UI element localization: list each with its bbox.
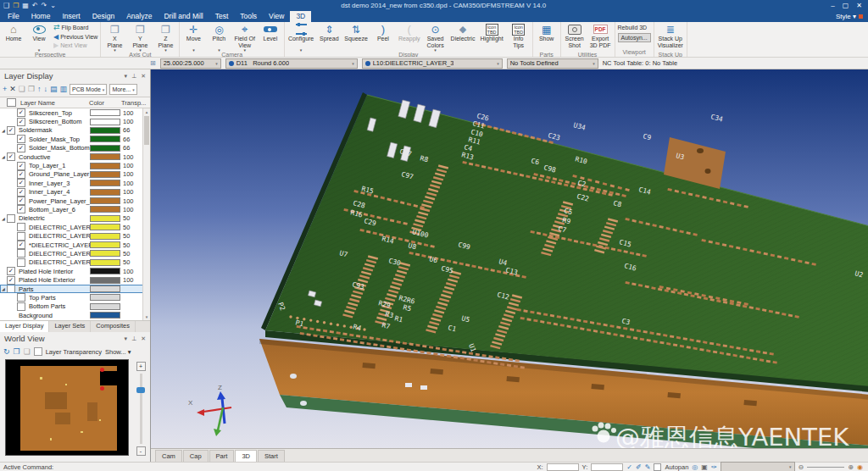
highlight-button[interactable]: IconTBDHighlight (477, 22, 505, 52)
saved-colors-button[interactable]: ⊙SavedColors▾ (423, 22, 448, 52)
save-icon[interactable]: ▦ (22, 0, 29, 11)
layer-visibility-checkbox[interactable] (7, 285, 15, 293)
tab-drill-and-mill[interactable]: Drill and Mill (158, 11, 209, 22)
layer-visibility-checkbox[interactable]: ✓ (17, 170, 25, 179)
layer-visibility-checkbox[interactable]: ✓ (7, 276, 15, 285)
panel-menu-icon[interactable]: ▾ (125, 73, 128, 80)
squeeze-button[interactable]: ⇅Squeeze (342, 22, 370, 52)
home-button[interactable]: ⌂Home (1, 22, 26, 52)
show-button[interactable]: ▦Show (534, 22, 559, 52)
highlight-status-icon[interactable]: ✑ (711, 463, 717, 471)
layer-color-swatch[interactable] (90, 171, 120, 178)
view-tab-part[interactable]: Part (209, 450, 235, 462)
x-plane-button[interactable]: ❐XPlane▾ (102, 22, 127, 52)
layer-row-top-parts[interactable]: Top Parts (0, 293, 143, 302)
autopan-checkbox[interactable] (654, 463, 661, 471)
grid-spacing-combo[interactable]: 25.000:25.000▾ (160, 58, 221, 69)
layer-color-swatch[interactable] (90, 285, 120, 292)
layer-row-bottom-layer-6[interactable]: ✓Bottom_Layer_6100 (0, 205, 143, 213)
layer-color-swatch[interactable] (90, 224, 120, 230)
flip-layers-icon[interactable]: ▤ (50, 86, 58, 93)
z-plane-button[interactable]: ❐ZPlane▾ (153, 22, 178, 52)
layer-list-scrollbar[interactable]: ▴▾ (142, 108, 150, 320)
zoom-in-button[interactable]: + (136, 362, 146, 371)
view-tab-3d[interactable]: 3D (235, 450, 257, 462)
layer-visibility-checkbox[interactable]: ✓ (7, 267, 15, 275)
move-layer-down-icon[interactable]: ↓ (43, 86, 47, 93)
layer-visibility-checkbox[interactable] (17, 293, 25, 302)
layer-color-swatch[interactable] (90, 268, 120, 274)
close-panel-icon[interactable]: ✕ (141, 73, 146, 80)
world-view-thumbnail[interactable] (5, 359, 129, 456)
tab-design[interactable]: Design (86, 11, 120, 22)
new-file-icon[interactable]: ❑ (3, 0, 9, 11)
view-button[interactable]: View ▾ (26, 22, 52, 52)
layer-visibility-checkbox[interactable]: ✓ (17, 179, 25, 187)
layer-color-swatch[interactable] (90, 233, 120, 240)
tab-insert[interactable]: Insert (56, 11, 86, 22)
edit-point-icon[interactable]: ✎ (645, 463, 651, 471)
record-icon[interactable]: ◉ (857, 463, 863, 471)
layer-color-swatch[interactable] (90, 277, 120, 284)
target-icon[interactable]: ◎ (692, 463, 698, 471)
layer-row-background[interactable]: Background (0, 311, 143, 319)
x-coordinate-input[interactable] (547, 463, 579, 471)
panel-tab-composites[interactable]: Composites (91, 321, 136, 332)
grid-settings-icon[interactable]: ⊞ (150, 59, 156, 67)
layer-visibility-checkbox[interactable]: ✓ (17, 241, 25, 249)
layer-visibility-checkbox[interactable]: ✓ (7, 152, 15, 161)
maximize-button[interactable]: ▢ (843, 2, 849, 9)
layer-row-silkscreen-bottom[interactable]: ✓Silkscreen_Bottom100 (0, 117, 143, 125)
reapply-button[interactable]: (Reapply (396, 22, 423, 52)
zoom-out-button[interactable]: - (136, 446, 146, 456)
layer-visibility-checkbox[interactable] (17, 232, 25, 241)
peel-button[interactable]: )Peel (370, 22, 396, 52)
panel-tab-layer-display[interactable]: Layer Display (0, 321, 49, 332)
layer-transparency-checkbox[interactable] (34, 347, 42, 356)
layer-row-solder-mask-bottom[interactable]: ✓Solder_Mask_Bottom66 (0, 144, 143, 152)
copy-layer-icon[interactable]: ❏ (19, 86, 25, 93)
layer-row-dielectric-layer-4[interactable]: DIELECTRIC_LAYER_450 (0, 249, 143, 258)
zoom-out-icon[interactable]: ⊖ (798, 463, 804, 471)
layer-color-swatch[interactable] (90, 163, 120, 169)
layer-visibility-checkbox[interactable]: ✓ (7, 126, 15, 135)
customize-qat-icon[interactable]: ⌄ (50, 0, 56, 11)
flip-board-button[interactable]: ⇄Flip Board (53, 24, 97, 31)
layer-color-swatch[interactable] (90, 215, 120, 222)
layer-color-swatch[interactable] (90, 197, 120, 204)
layer-row-dielectric-layer-1[interactable]: DIELECTRIC_LAYER_150 (0, 223, 143, 231)
layer-visibility-checkbox[interactable] (17, 258, 25, 267)
layer-visibility-checkbox[interactable] (7, 214, 15, 223)
zoom-in-icon[interactable]: ⊕ (848, 463, 854, 471)
undo-icon[interactable]: ↶ (32, 0, 38, 11)
layer-color-swatch[interactable] (90, 250, 120, 257)
layer-color-swatch[interactable] (90, 312, 120, 319)
layer-row-plated-hole-interior[interactable]: ✓Plated Hole Interior100 (0, 267, 143, 275)
layer-mode-combo[interactable]: PCB Mode▾ (70, 84, 107, 95)
move-layer-up-icon[interactable]: ↑ (37, 86, 42, 93)
layer-row-ground-plane-layer-2[interactable]: ✓Ground_Plane_Layer_2100 (0, 170, 143, 179)
layer-color-swatch[interactable] (90, 145, 120, 152)
layer-visibility-checkbox[interactable] (17, 223, 25, 231)
layer-color-swatch[interactable] (90, 189, 120, 196)
tab-home[interactable]: Home (25, 11, 57, 22)
view-tab-cap[interactable]: Cap (183, 450, 209, 462)
layer-visibility-checkbox[interactable]: ✓ (17, 108, 25, 117)
layer-visibility-checkbox[interactable] (17, 249, 25, 258)
stack-up-visualizer-button[interactable]: ≣Stack UpVisualizer (655, 22, 686, 52)
pin-icon[interactable]: ⊥ (131, 335, 136, 342)
delete-layer-icon[interactable]: ✕ (9, 86, 16, 93)
flip-view-icon[interactable]: ❐ (14, 348, 20, 356)
layer-row-silkscreen-top[interactable]: ✓Silkscreen_Top100 (0, 108, 143, 117)
layer-color-swatch[interactable] (90, 153, 120, 160)
layer-color-swatch[interactable] (90, 241, 120, 248)
refresh-view-icon[interactable]: ↻ (3, 348, 10, 356)
layer-color-swatch[interactable] (90, 294, 120, 301)
layer-visibility-checkbox[interactable]: ✓ (17, 118, 25, 126)
layer-row-inner-layer-3[interactable]: ✓Inner_Layer_3100 (0, 179, 143, 187)
layer-color-swatch[interactable] (90, 127, 120, 134)
layer-row-plated-hole-exterior[interactable]: ✓Plated Hole Exterior100 (0, 275, 143, 284)
y-plane-button[interactable]: ❐YPlane▾ (127, 22, 153, 52)
layer-row-dielectric-layer-2[interactable]: DIELECTRIC_LAYER_250 (0, 231, 143, 240)
tab-3d[interactable]: 3D (290, 11, 311, 22)
